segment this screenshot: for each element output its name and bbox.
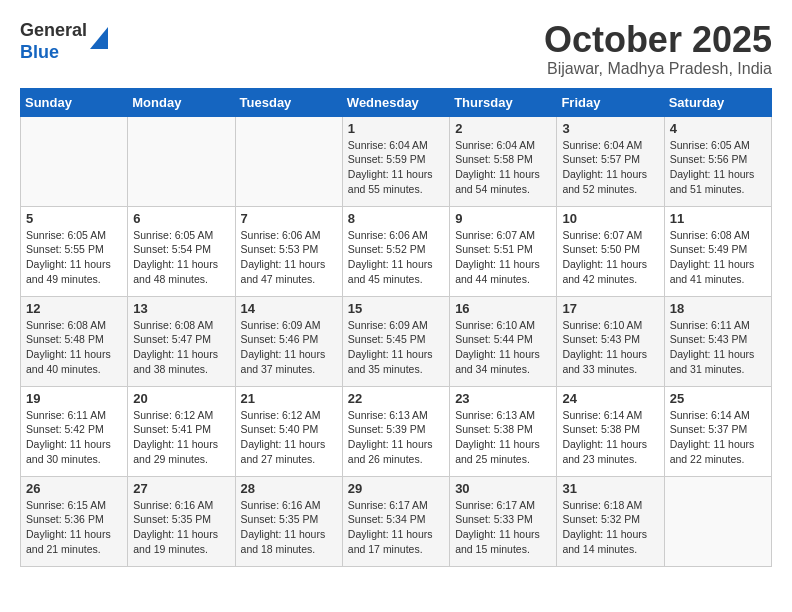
day-cell-10: 10Sunrise: 6:07 AMSunset: 5:50 PMDayligh… (557, 206, 664, 296)
day-number: 15 (348, 301, 444, 316)
info-line: and 37 minutes. (241, 363, 316, 375)
info-line: Sunset: 5:53 PM (241, 243, 319, 255)
day-info: Sunrise: 6:08 AMSunset: 5:47 PMDaylight:… (133, 318, 229, 377)
day-cell-30: 30Sunrise: 6:17 AMSunset: 5:33 PMDayligh… (450, 476, 557, 566)
info-line: Daylight: 11 hours (670, 168, 755, 180)
info-line: and 48 minutes. (133, 273, 208, 285)
info-line: Sunset: 5:51 PM (455, 243, 533, 255)
day-number: 31 (562, 481, 658, 496)
day-number: 10 (562, 211, 658, 226)
day-number: 4 (670, 121, 766, 136)
info-line: and 54 minutes. (455, 183, 530, 195)
info-line: Sunset: 5:35 PM (241, 513, 319, 525)
info-line: Daylight: 11 hours (670, 348, 755, 360)
empty-cell (664, 476, 771, 566)
info-line: Daylight: 11 hours (670, 438, 755, 450)
info-line: Daylight: 11 hours (562, 258, 647, 270)
info-line: Sunset: 5:41 PM (133, 423, 211, 435)
day-cell-25: 25Sunrise: 6:14 AMSunset: 5:37 PMDayligh… (664, 386, 771, 476)
day-number: 17 (562, 301, 658, 316)
month-title: October 2025 (544, 20, 772, 60)
day-info: Sunrise: 6:04 AMSunset: 5:58 PMDaylight:… (455, 138, 551, 197)
info-line: Daylight: 11 hours (133, 528, 218, 540)
day-info: Sunrise: 6:09 AMSunset: 5:45 PMDaylight:… (348, 318, 444, 377)
info-line: Sunrise: 6:04 AM (562, 139, 642, 151)
day-cell-29: 29Sunrise: 6:17 AMSunset: 5:34 PMDayligh… (342, 476, 449, 566)
day-cell-19: 19Sunrise: 6:11 AMSunset: 5:42 PMDayligh… (21, 386, 128, 476)
day-info: Sunrise: 6:09 AMSunset: 5:46 PMDaylight:… (241, 318, 337, 377)
day-number: 20 (133, 391, 229, 406)
svg-marker-0 (90, 27, 108, 49)
info-line: Daylight: 11 hours (26, 258, 111, 270)
day-cell-15: 15Sunrise: 6:09 AMSunset: 5:45 PMDayligh… (342, 296, 449, 386)
info-line: and 21 minutes. (26, 543, 101, 555)
day-number: 27 (133, 481, 229, 496)
info-line: Daylight: 11 hours (241, 438, 326, 450)
info-line: Sunrise: 6:07 AM (562, 229, 642, 241)
day-cell-6: 6Sunrise: 6:05 AMSunset: 5:54 PMDaylight… (128, 206, 235, 296)
day-cell-8: 8Sunrise: 6:06 AMSunset: 5:52 PMDaylight… (342, 206, 449, 296)
day-cell-18: 18Sunrise: 6:11 AMSunset: 5:43 PMDayligh… (664, 296, 771, 386)
info-line: Sunrise: 6:16 AM (133, 499, 213, 511)
info-line: Daylight: 11 hours (348, 528, 433, 540)
day-cell-2: 2Sunrise: 6:04 AMSunset: 5:58 PMDaylight… (450, 116, 557, 206)
info-line: Sunset: 5:50 PM (562, 243, 640, 255)
day-number: 16 (455, 301, 551, 316)
info-line: Sunset: 5:57 PM (562, 153, 640, 165)
info-line: Sunset: 5:38 PM (562, 423, 640, 435)
day-number: 18 (670, 301, 766, 316)
page-header: General Blue October 2025 Bijawar, Madhy… (20, 20, 772, 78)
info-line: Sunrise: 6:08 AM (133, 319, 213, 331)
info-line: and 38 minutes. (133, 363, 208, 375)
day-cell-5: 5Sunrise: 6:05 AMSunset: 5:55 PMDaylight… (21, 206, 128, 296)
day-info: Sunrise: 6:05 AMSunset: 5:54 PMDaylight:… (133, 228, 229, 287)
day-cell-1: 1Sunrise: 6:04 AMSunset: 5:59 PMDaylight… (342, 116, 449, 206)
day-info: Sunrise: 6:07 AMSunset: 5:50 PMDaylight:… (562, 228, 658, 287)
day-number: 5 (26, 211, 122, 226)
info-line: and 25 minutes. (455, 453, 530, 465)
info-line: and 29 minutes. (133, 453, 208, 465)
day-cell-12: 12Sunrise: 6:08 AMSunset: 5:48 PMDayligh… (21, 296, 128, 386)
info-line: Sunrise: 6:09 AM (348, 319, 428, 331)
info-line: Daylight: 11 hours (26, 348, 111, 360)
info-line: and 51 minutes. (670, 183, 745, 195)
info-line: and 41 minutes. (670, 273, 745, 285)
info-line: and 33 minutes. (562, 363, 637, 375)
info-line: Daylight: 11 hours (348, 258, 433, 270)
day-cell-26: 26Sunrise: 6:15 AMSunset: 5:36 PMDayligh… (21, 476, 128, 566)
info-line: Daylight: 11 hours (133, 438, 218, 450)
day-number: 24 (562, 391, 658, 406)
info-line: Sunset: 5:59 PM (348, 153, 426, 165)
calendar-week-5: 26Sunrise: 6:15 AMSunset: 5:36 PMDayligh… (21, 476, 772, 566)
weekday-friday: Friday (557, 88, 664, 116)
day-cell-17: 17Sunrise: 6:10 AMSunset: 5:43 PMDayligh… (557, 296, 664, 386)
calendar-header: SundayMondayTuesdayWednesdayThursdayFrid… (21, 88, 772, 116)
day-cell-20: 20Sunrise: 6:12 AMSunset: 5:41 PMDayligh… (128, 386, 235, 476)
day-info: Sunrise: 6:14 AMSunset: 5:37 PMDaylight:… (670, 408, 766, 467)
day-info: Sunrise: 6:05 AMSunset: 5:56 PMDaylight:… (670, 138, 766, 197)
day-number: 21 (241, 391, 337, 406)
day-cell-31: 31Sunrise: 6:18 AMSunset: 5:32 PMDayligh… (557, 476, 664, 566)
day-info: Sunrise: 6:12 AMSunset: 5:40 PMDaylight:… (241, 408, 337, 467)
info-line: Sunset: 5:32 PM (562, 513, 640, 525)
info-line: Sunrise: 6:05 AM (670, 139, 750, 151)
info-line: Daylight: 11 hours (348, 348, 433, 360)
info-line: Sunset: 5:40 PM (241, 423, 319, 435)
info-line: Sunrise: 6:14 AM (670, 409, 750, 421)
info-line: and 23 minutes. (562, 453, 637, 465)
info-line: and 17 minutes. (348, 543, 423, 555)
info-line: Sunrise: 6:06 AM (348, 229, 428, 241)
day-number: 12 (26, 301, 122, 316)
day-number: 23 (455, 391, 551, 406)
info-line: Sunrise: 6:06 AM (241, 229, 321, 241)
day-info: Sunrise: 6:12 AMSunset: 5:41 PMDaylight:… (133, 408, 229, 467)
info-line: Sunrise: 6:05 AM (133, 229, 213, 241)
day-number: 6 (133, 211, 229, 226)
info-line: Daylight: 11 hours (348, 438, 433, 450)
info-line: Sunset: 5:45 PM (348, 333, 426, 345)
info-line: Sunrise: 6:09 AM (241, 319, 321, 331)
info-line: Daylight: 11 hours (455, 528, 540, 540)
info-line: Sunrise: 6:10 AM (455, 319, 535, 331)
day-cell-27: 27Sunrise: 6:16 AMSunset: 5:35 PMDayligh… (128, 476, 235, 566)
info-line: and 34 minutes. (455, 363, 530, 375)
